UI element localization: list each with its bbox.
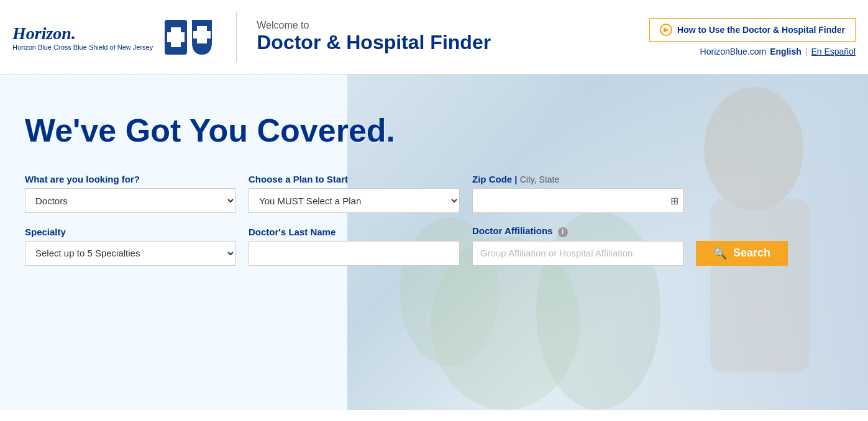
specialty-group: Specialty Select up to 5 Specialties	[25, 227, 236, 266]
zip-separator: |	[514, 174, 519, 184]
looking-for-group: What are you looking for? Doctors Hospit…	[25, 174, 236, 213]
zip-input-wrapper: ⊞	[472, 188, 683, 213]
affiliations-label: Doctor Affiliations i	[472, 225, 683, 237]
page-title: Doctor & Hospital Finder	[257, 31, 491, 54]
hero-content: We've Got You Covered. What are you look…	[0, 75, 868, 291]
lang-separator: |	[805, 47, 808, 57]
lastname-label: Doctor's Last Name	[249, 227, 460, 237]
lang-espanol[interactable]: En Español	[811, 47, 856, 57]
how-to-button[interactable]: ▶ How to Use the Doctor & Hospital Finde…	[649, 18, 856, 42]
site-header: Horizon. Horizon Blue Cross Blue Shield …	[0, 0, 868, 75]
info-icon[interactable]: i	[558, 227, 568, 237]
zip-group: Zip Code | City, State ⊞	[472, 174, 683, 213]
logo-section: Horizon. Horizon Blue Cross Blue Shield …	[12, 12, 491, 62]
welcome-section: Welcome to Doctor & Hospital Finder	[257, 20, 491, 54]
plan-group: Choose a Plan to Start You MUST Select a…	[249, 174, 460, 213]
plan-label: Choose a Plan to Start	[249, 174, 460, 184]
search-button[interactable]: 🔍 Search	[696, 241, 788, 266]
svg-rect-2	[167, 32, 185, 42]
specialty-select[interactable]: Select up to 5 Specialties	[25, 241, 236, 266]
horizon-name: Horizon.	[12, 24, 76, 43]
looking-for-select[interactable]: Doctors Hospitals Urgent Care Labs	[25, 188, 236, 213]
specialty-label: Specialty	[25, 227, 236, 237]
header-right: ▶ How to Use the Doctor & Hospital Finde…	[649, 18, 856, 57]
hero-section: We've Got You Covered. What are you look…	[0, 75, 868, 410]
search-btn-label: Search	[733, 247, 770, 260]
horizon-logo: Horizon. Horizon Blue Cross Blue Shield …	[12, 24, 153, 51]
plan-select[interactable]: You MUST Select a Plan	[249, 188, 460, 213]
how-to-label: How to Use the Doctor & Hospital Finder	[677, 25, 845, 35]
affiliations-input[interactable]	[472, 241, 683, 266]
looking-for-label: What are you looking for?	[25, 174, 236, 184]
hero-headline: We've Got You Covered.	[25, 112, 843, 149]
search-icon: 🔍	[713, 247, 727, 260]
zip-label: Zip Code | City, State	[472, 174, 683, 184]
language-row: HorizonBlue.com English | En Español	[700, 47, 856, 57]
city-state-link[interactable]: City, State	[520, 174, 560, 184]
lastname-group: Doctor's Last Name	[249, 227, 460, 266]
form-row-1: What are you looking for? Doctors Hospit…	[25, 174, 833, 213]
site-link[interactable]: HorizonBlue.com	[700, 47, 767, 57]
lastname-input[interactable]	[249, 241, 460, 266]
lang-english[interactable]: English	[770, 47, 802, 57]
search-form: What are you looking for? Doctors Hospit…	[25, 174, 833, 266]
logo-divider	[236, 12, 237, 62]
horizon-tagline: Horizon Blue Cross Blue Shield of New Je…	[12, 43, 153, 51]
welcome-text: Welcome to	[257, 20, 491, 31]
affiliations-group: Doctor Affiliations i	[472, 225, 683, 266]
bcbs-logo	[160, 16, 216, 59]
svg-rect-4	[193, 31, 211, 38]
zip-input[interactable]	[472, 188, 683, 213]
calendar-icon: ⊞	[670, 195, 678, 207]
form-row-2: Specialty Select up to 5 Specialties Doc…	[25, 225, 833, 266]
play-icon: ▶	[660, 24, 672, 36]
